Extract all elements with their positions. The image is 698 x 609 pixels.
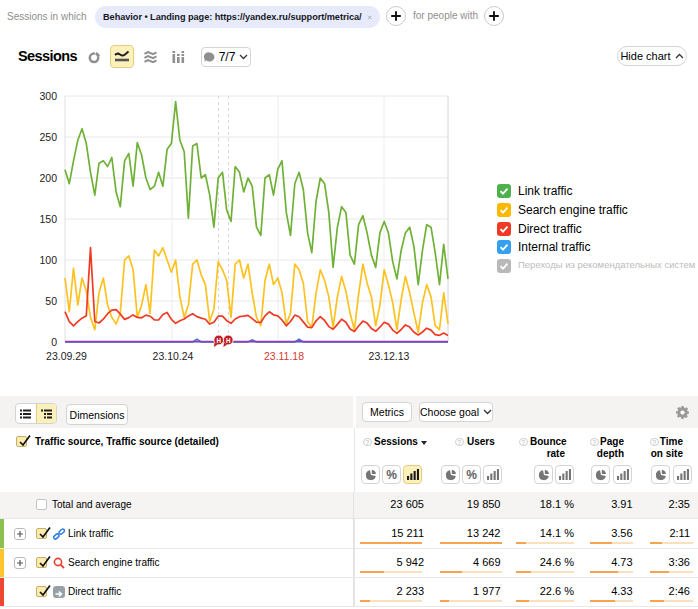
svg-text:H: H — [216, 337, 221, 344]
svg-text:H: H — [226, 337, 231, 344]
